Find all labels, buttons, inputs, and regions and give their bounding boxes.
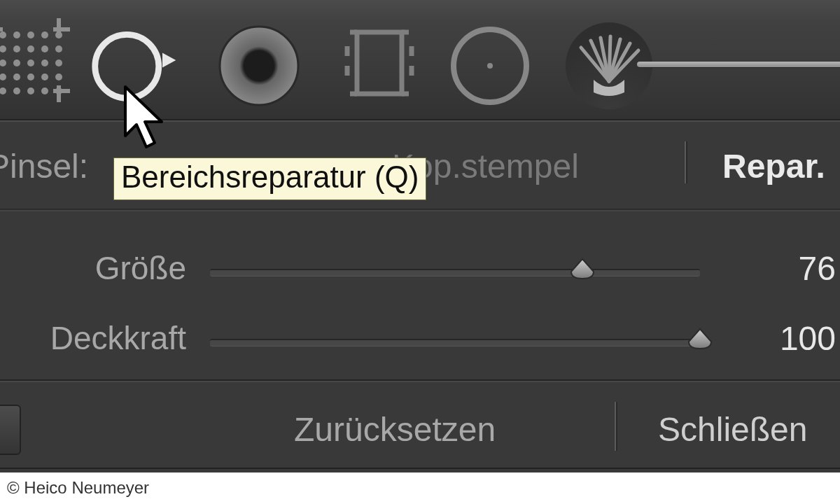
svg-point-22 (27, 88, 34, 94)
svg-point-1 (13, 31, 20, 38)
opacity-slider-label: Deckkraft (50, 319, 186, 357)
svg-point-8 (41, 46, 48, 52)
divider (685, 141, 687, 183)
brush-label: Pinsel: (0, 147, 88, 186)
svg-point-24 (55, 88, 62, 94)
svg-point-14 (55, 59, 62, 66)
radial-filter-tool[interactable] (441, 11, 539, 112)
opacity-slider-row: Deckkraft 100 (0, 315, 840, 364)
divider (615, 402, 617, 451)
svg-point-4 (55, 31, 62, 38)
svg-point-25 (95, 34, 159, 98)
size-slider-row: Größe 76 (0, 245, 840, 294)
brush-handle-icon (637, 62, 840, 67)
svg-point-11 (13, 59, 20, 66)
size-slider-thumb[interactable] (568, 258, 596, 280)
opacity-slider-track[interactable] (210, 339, 700, 346)
svg-point-6 (13, 46, 20, 52)
crop-tool[interactable] (0, 11, 77, 112)
size-slider-value[interactable]: 76 (752, 249, 836, 288)
svg-point-0 (0, 31, 6, 38)
close-button[interactable]: Schließen (658, 410, 807, 449)
radial-filter-icon (441, 11, 539, 109)
svg-point-37 (487, 63, 493, 69)
size-slider-track[interactable] (210, 269, 700, 276)
brush-icon (560, 11, 658, 109)
svg-point-9 (55, 46, 62, 52)
svg-point-10 (0, 59, 6, 66)
spot-removal-tool[interactable] (84, 11, 182, 112)
crop-icon (0, 11, 77, 109)
svg-point-20 (0, 88, 6, 94)
opacity-slider-thumb[interactable] (686, 328, 714, 350)
svg-point-17 (27, 74, 34, 80)
panel-footer: Zurücksetzen Schließen (0, 392, 840, 469)
svg-point-26 (220, 27, 298, 105)
svg-point-18 (41, 74, 48, 80)
toggle-switch[interactable] (0, 405, 21, 455)
svg-point-13 (41, 59, 48, 66)
separator (0, 379, 840, 382)
red-eye-icon (210, 11, 308, 109)
reset-button[interactable]: Zurücksetzen (294, 410, 496, 449)
svg-point-12 (27, 59, 34, 66)
size-slider-label: Größe (95, 249, 186, 287)
svg-point-23 (41, 88, 48, 94)
tool-strip (0, 0, 840, 120)
graduated-filter-tool[interactable] (330, 11, 428, 112)
separator (0, 468, 840, 469)
svg-point-5 (0, 46, 6, 52)
spot-removal-icon (84, 11, 182, 109)
heal-mode-option[interactable]: Repar. (722, 147, 825, 186)
svg-rect-27 (357, 32, 402, 94)
tooltip: Bereichsreparatur (Q) (113, 158, 426, 200)
svg-point-2 (27, 31, 34, 38)
svg-point-7 (27, 46, 34, 52)
red-eye-tool[interactable] (210, 11, 308, 112)
graduated-filter-icon (330, 11, 428, 109)
svg-point-21 (13, 88, 20, 94)
develop-tool-panel: Pinsel: Kop.stempel Repar. Bereichsrepar… (0, 0, 840, 472)
image-credit: © Heico Neumeyer (0, 472, 840, 504)
separator (0, 209, 840, 211)
svg-point-15 (0, 74, 6, 80)
svg-point-16 (13, 74, 20, 80)
svg-point-19 (55, 74, 62, 80)
opacity-slider-value[interactable]: 100 (752, 319, 836, 358)
svg-point-3 (41, 31, 48, 38)
